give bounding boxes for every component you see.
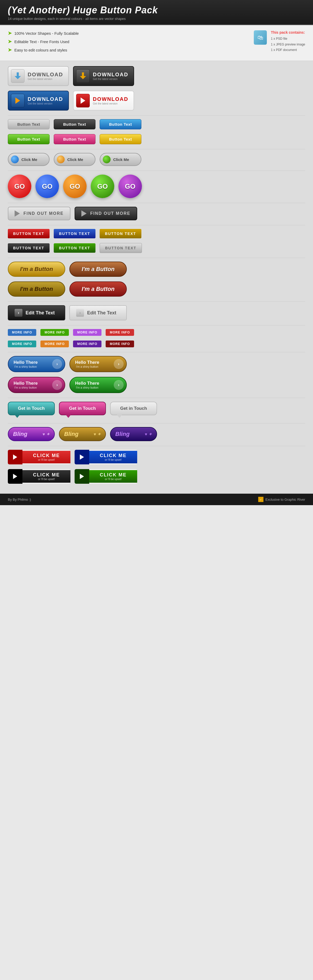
rect-button-blue[interactable]: Button Text xyxy=(100,119,141,129)
rect-buttons-row1: Button Text Button Text Button Text xyxy=(8,119,305,129)
pill-button-red-brown[interactable]: I'm a Button xyxy=(70,282,127,297)
clickme-button-blue[interactable]: CLICK ME or I'll be upset! xyxy=(74,450,137,465)
download-button-red[interactable]: DOWNLOAD Get the latest version xyxy=(73,91,134,111)
bling-button-purple[interactable]: Bling ♥ ✦ xyxy=(8,427,55,441)
shiny-button-gold[interactable]: Hello There i'm a shiny button › xyxy=(70,356,127,372)
bling-button-gold[interactable]: Bling ♥ ✦ xyxy=(59,427,106,441)
find-button-light[interactable]: FIND OUT MORE xyxy=(8,207,70,220)
footer-brand: ✓ Exclusive to Graphic River xyxy=(258,497,305,502)
go-button-green[interactable]: GO xyxy=(91,175,114,198)
oval-dot-orange xyxy=(57,156,65,163)
clickme-icon-dark xyxy=(8,469,22,484)
arrow-icon: ➤ xyxy=(8,47,12,53)
oval-button-green[interactable]: Click Me xyxy=(100,153,141,166)
rect-button-yellow[interactable]: Button Text xyxy=(100,134,141,144)
pill-button-brown[interactable]: I'm a Button xyxy=(70,262,127,277)
go-button-blue[interactable]: GO xyxy=(35,175,59,198)
shiny-button-pink[interactable]: Hello There I'm a shiny button › xyxy=(8,377,65,393)
oval-dot-green xyxy=(103,156,111,163)
download-arrow-orange-icon xyxy=(16,97,20,104)
pack-icon: 🛍 xyxy=(254,30,267,45)
footer-author-name: By Philmo :) xyxy=(13,498,31,501)
svg-marker-3 xyxy=(80,76,86,79)
edit-label: Edit The Text xyxy=(25,310,55,316)
edit-button-light[interactable]: › Edit The Text xyxy=(70,305,127,320)
rect-button-green[interactable]: Button Text xyxy=(8,134,49,144)
pack-details: This pack contains: 1 x PSD file 1 x JPE… xyxy=(271,30,305,53)
graphic-river-badge: ✓ xyxy=(258,497,264,502)
shiny-title-2: Hello There xyxy=(75,360,100,365)
shiny-button-green[interactable]: Hello There I'm a shiny button › xyxy=(70,377,127,393)
speech-buttons-row: Get in Touch Get in Touch Get in Touch xyxy=(8,402,305,415)
more-info-orange[interactable]: MORE INFO xyxy=(40,340,69,347)
shiny-row-2: Hello There I'm a shiny button › Hello T… xyxy=(8,377,305,393)
clickme-button-dark[interactable]: CLICK ME or I'll be upset! xyxy=(8,469,70,484)
rect-button-gray[interactable]: Button Text xyxy=(8,119,49,129)
more-info-purple[interactable]: MORE INFO xyxy=(73,329,101,336)
rect-button-dark[interactable]: Button Text xyxy=(54,119,95,129)
go-button-red[interactable]: GO xyxy=(8,175,31,198)
oval-buttons-row: Click Me Click Me Click Me xyxy=(8,153,305,166)
pill-button-gold[interactable]: I'm a Button xyxy=(8,262,65,277)
bling-label: Bling xyxy=(13,431,27,438)
more-info-red[interactable]: MORE INFO xyxy=(106,329,134,336)
more-info-dark-red[interactable]: MORE INFO xyxy=(106,340,134,347)
pill-button-dark-gold[interactable]: I'm a Button xyxy=(8,282,65,297)
pill-row-2: I'm a Button I'm a Button xyxy=(8,282,305,297)
download-icon-box-red xyxy=(76,94,90,107)
edit-buttons-row: › Edit The Text › Edit The Text xyxy=(8,305,305,320)
speech-button-light[interactable]: Get in Touch xyxy=(110,402,157,415)
page-footer: By By Philmo :) ✓ Exclusive to Graphic R… xyxy=(0,494,313,505)
edit-label-2: Edit The Text xyxy=(87,310,116,316)
find-button-dark[interactable]: FIND OUT MORE xyxy=(74,207,137,220)
footer-author: By By Philmo :) xyxy=(8,498,31,501)
pack-item-2: 1 x JPEG preview image xyxy=(271,42,305,48)
pack-info: 🛍 This pack contains: 1 x PSD file 1 x J… xyxy=(254,30,305,53)
go-button-purple[interactable]: GO xyxy=(119,175,142,198)
download-text-red: DOWNLOAD Get the latest version xyxy=(93,96,128,105)
shiny-text-pink: Hello There I'm a shiny button xyxy=(14,381,38,389)
shiny-title-4: Hello There xyxy=(75,381,100,386)
page-subtitle: 14 unique button designs, each in severa… xyxy=(8,17,305,21)
clickme-button-green[interactable]: CLICK ME or I'll be upset! xyxy=(74,469,137,484)
go-button-orange[interactable]: GO xyxy=(63,175,87,198)
download-text: DOWNLOAD Get the latest version xyxy=(28,72,63,81)
main-content: DOWNLOAD Get the latest version DOWNLOAD… xyxy=(0,61,313,494)
more-info-blue[interactable]: MORE INFO xyxy=(8,329,36,336)
download-button-white[interactable]: DOWNLOAD Get the latest version xyxy=(8,66,69,86)
download-sub: Get the latest version xyxy=(28,78,63,81)
download-button-blue[interactable]: DOWNLOAD Get the latest version xyxy=(8,91,69,111)
more-info-green[interactable]: MORE INFO xyxy=(40,329,69,336)
speech-button-pink[interactable]: Get in Touch xyxy=(59,402,106,415)
clickme-icon-red xyxy=(8,450,22,465)
speech-button-teal[interactable]: Get in Touch xyxy=(8,402,55,415)
oval-label: Click Me xyxy=(21,158,37,162)
oval-button-blue[interactable]: Click Me xyxy=(8,153,49,166)
more-info-teal[interactable]: MORE INFO xyxy=(8,340,36,347)
more-info-row-1: MORE INFO MORE INFO MORE INFO MORE INFO xyxy=(8,329,305,336)
download-text-dark: DOWNLOAD Get the latest version xyxy=(93,72,128,81)
svg-rect-0 xyxy=(17,72,19,76)
pack-item-1: 1 x PSD file xyxy=(271,36,305,42)
banner-button-silver[interactable]: BUTTON TEXT xyxy=(100,243,142,253)
shiny-text-green: Hello There I'm a shiny button xyxy=(75,381,100,389)
banner-button-red[interactable]: BUTTON TEXT xyxy=(8,229,49,238)
download-button-dark[interactable]: DOWNLOAD Get the latest version xyxy=(73,66,134,86)
more-info-dark-purple[interactable]: MORE INFO xyxy=(73,340,101,347)
clickme-text-dark: CLICK ME or I'll be upset! xyxy=(22,470,70,483)
banner-button-green[interactable]: BUTTON TEXT xyxy=(54,243,95,253)
banner-button-dark[interactable]: BUTTON TEXT xyxy=(8,243,49,253)
shiny-title-3: Hello There xyxy=(14,381,38,386)
oval-button-orange[interactable]: Click Me xyxy=(54,153,95,166)
oval-label-3: Click Me xyxy=(113,158,129,162)
rect-button-pink[interactable]: Button Text xyxy=(54,134,95,144)
download-label-dark: DOWNLOAD xyxy=(93,72,128,78)
banner-button-yellow[interactable]: BUTTON TEXT xyxy=(100,229,141,238)
clickme-label: CLICK ME xyxy=(27,453,66,458)
bling-button-dark-purple[interactable]: Bling ♥ ✦ xyxy=(110,427,157,441)
oval-label-2: Click Me xyxy=(67,158,83,162)
clickme-button-red[interactable]: CLICK ME or I'll be upset! xyxy=(8,450,70,465)
banner-button-blue[interactable]: BUTTON TEXT xyxy=(54,229,95,238)
shiny-button-blue[interactable]: Hello There I'm a shiny button › xyxy=(8,356,65,372)
edit-button-dark[interactable]: › Edit The Text xyxy=(8,305,65,320)
